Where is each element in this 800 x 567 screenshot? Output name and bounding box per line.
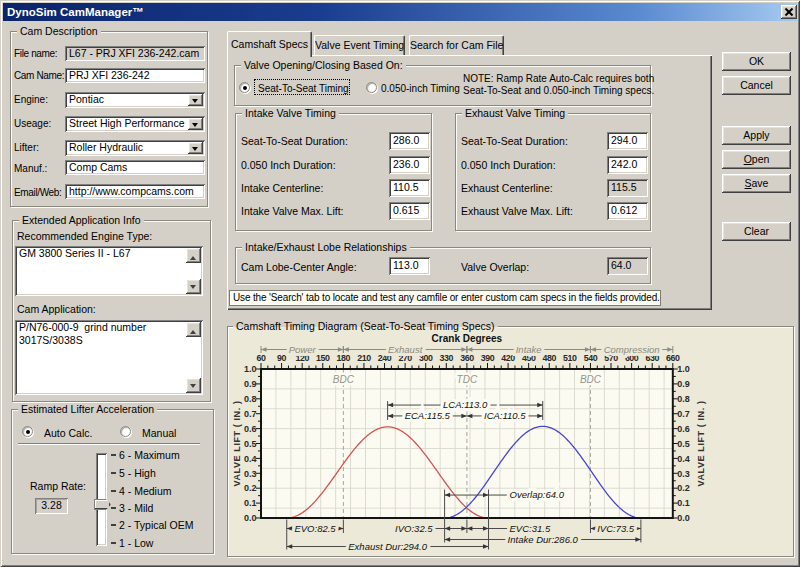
y-tick-label-left: 0.3 xyxy=(244,469,257,479)
engine-select[interactable]: Pontiac xyxy=(65,92,205,108)
manuf-label: Manuf.: xyxy=(14,162,47,175)
tab-search-for-cam-file[interactable]: Search for Cam File xyxy=(409,35,504,55)
y-tick-label-left: 0.8 xyxy=(244,394,257,404)
apply-button[interactable]: Apply xyxy=(722,126,791,145)
auto-calc-label: Auto Calc. xyxy=(44,427,92,440)
x-tick-label: 540 xyxy=(584,353,598,363)
y-axis-title-left: VALVE LIFT ( IN. ) xyxy=(232,401,242,487)
seat-to-seat-label[interactable]: Seat-To-Seat Timing xyxy=(258,82,349,95)
email-web-field[interactable]: http://www.compcams.com xyxy=(65,184,205,199)
x-tick-label: 360 xyxy=(460,353,474,363)
tab-valve-event-timing[interactable]: Valve Event Timing xyxy=(314,35,405,55)
useage-dropdown-icon[interactable] xyxy=(188,118,203,130)
intake-centerline-field[interactable]: 110.5 xyxy=(389,179,430,197)
inch-timing-radio[interactable] xyxy=(366,82,377,93)
file-name-label: File name: xyxy=(14,47,57,60)
intake-050-duration-field[interactable]: 236.0 xyxy=(389,156,430,174)
lifter-separator xyxy=(18,443,200,445)
y-tick-label-right: 1.0 xyxy=(677,364,690,374)
cam-application-scroll-up-icon[interactable] xyxy=(186,322,201,337)
auto-calc-radio[interactable] xyxy=(22,426,33,437)
clear-button[interactable]: Clear xyxy=(722,222,791,241)
y-tick-label-left: 0.1 xyxy=(244,498,257,508)
slider-tick-4 xyxy=(111,490,116,492)
exhaust-050-duration-field[interactable]: 242.0 xyxy=(607,156,648,174)
y-tick-label-left: 0.4 xyxy=(244,454,257,464)
inch-timing-label[interactable]: 0.050-inch Timing xyxy=(381,82,460,95)
engine-type-scroll-down-icon[interactable] xyxy=(186,279,201,294)
x-tick-label: 330 xyxy=(440,353,454,363)
x-tick-label: 450 xyxy=(522,353,536,363)
ramp-rate-label: Ramp Rate: xyxy=(30,480,86,493)
slider-tick-6 xyxy=(111,454,116,456)
engine-dropdown-icon[interactable] xyxy=(188,94,203,106)
annotation-evc: EVC:31.5 xyxy=(510,523,551,534)
annotation-eca: ECA:115.5 xyxy=(405,410,451,421)
x-tick-label: 420 xyxy=(501,353,515,363)
x-tick-label: 240 xyxy=(378,353,392,363)
intake-max-lift-field[interactable]: 0.615 xyxy=(389,202,430,220)
exhaust-row2-label: 0.050 Inch Duration: xyxy=(461,159,556,172)
lobe-center-angle-label: Cam Lobe-Center Angle: xyxy=(241,261,357,274)
intake-seat-duration-field[interactable]: 286.0 xyxy=(389,132,430,150)
annotation-intake_dur: Intake Dur:286.0 xyxy=(508,534,579,545)
annotation-ivo: IVO:32.5 xyxy=(395,523,433,534)
ok-button[interactable]: OK xyxy=(722,52,791,71)
note-line2: Seat-To-Seat and 0.050-inch Timing specs… xyxy=(463,84,654,97)
useage-label: Useage: xyxy=(14,117,51,130)
y-tick-label-right: 0.1 xyxy=(677,498,690,508)
save-button[interactable]: Save xyxy=(722,174,791,193)
intake-row3-label: Intake Centerline: xyxy=(241,182,323,195)
x-tick-label: 300 xyxy=(419,353,433,363)
lobe-center-angle-field[interactable]: 113.0 xyxy=(389,257,430,275)
extended-info-caption: Extended Application Info xyxy=(19,214,144,226)
cam-application-scroll-down-icon[interactable] xyxy=(186,378,201,393)
exhaust-centerline-field: 115.5 xyxy=(607,179,648,197)
recommended-engine-type-textarea[interactable]: GM 3800 Series II - L67 xyxy=(15,246,203,296)
slider-level-1-label: 1 - Low xyxy=(119,537,153,550)
x-tick-label: 600 xyxy=(625,353,639,363)
chart-title: Crank Degrees xyxy=(432,333,503,344)
valve-overlap-field: 64.0 xyxy=(607,257,648,275)
cam-name-field[interactable]: PRJ XFI 236-242 xyxy=(65,68,205,83)
intake-timing-caption: Intake Valve Timing xyxy=(242,107,339,119)
slider-level-2-label: 2 - Typical OEM xyxy=(119,519,194,532)
cam-application-textarea[interactable]: P/N76-000-9 grind number 3017S/3038S xyxy=(15,320,203,395)
close-icon xyxy=(785,8,793,16)
intake-row4-label: Intake Valve Max. Lift: xyxy=(241,205,344,218)
y-tick-label-right: 0.9 xyxy=(677,379,690,389)
x-tick-label: 90 xyxy=(277,353,286,363)
title-bar: DynoSim CamManager™ xyxy=(3,3,797,21)
section-label-compression: Compression xyxy=(604,344,660,355)
y-tick-label-right: 0.3 xyxy=(677,469,690,479)
cancel-button[interactable]: Cancel xyxy=(722,76,791,95)
x-tick-label: 510 xyxy=(563,353,577,363)
cam-name-label: Cam Name: xyxy=(14,69,64,82)
open-button[interactable]: Open xyxy=(722,150,791,169)
engine-type-scroll-up-icon[interactable] xyxy=(186,248,201,263)
close-button[interactable] xyxy=(781,5,797,19)
manual-label: Manual xyxy=(142,427,176,440)
x-tick-label: 390 xyxy=(481,353,495,363)
dead-center-label: BDC xyxy=(580,374,602,385)
x-tick-label: 270 xyxy=(398,353,412,363)
exhaust-max-lift-field[interactable]: 0.612 xyxy=(607,202,648,220)
tab-camshaft-specs[interactable]: Camshaft Specs xyxy=(227,31,312,57)
window-title: DynoSim CamManager™ xyxy=(7,6,144,18)
lifter-dropdown-icon[interactable] xyxy=(188,142,203,154)
manual-radio[interactable] xyxy=(120,426,131,437)
exhaust-seat-duration-field[interactable]: 294.0 xyxy=(607,132,648,150)
lifter-acceleration-caption: Estimated Lifter Acceleration xyxy=(18,403,157,415)
engine-label: Engine: xyxy=(14,93,48,106)
y-tick-label-right: 0.5 xyxy=(677,439,690,449)
seat-to-seat-radio[interactable] xyxy=(239,82,250,93)
useage-select[interactable]: Street High Performance xyxy=(65,116,205,132)
y-tick-label-right: 0.6 xyxy=(677,424,690,434)
intake-row2-label: 0.050 Inch Duration: xyxy=(241,159,336,172)
annotation-evo: EVO:82.5 xyxy=(294,523,336,534)
recommended-engine-type-label: Recommended Engine Type: xyxy=(17,230,152,243)
x-tick-label: 180 xyxy=(337,353,351,363)
section-label-exhaust: Exhaust xyxy=(388,344,423,355)
lifter-select[interactable]: Roller Hydraulic xyxy=(65,140,205,156)
manuf-field[interactable]: Comp Cams xyxy=(65,160,205,175)
